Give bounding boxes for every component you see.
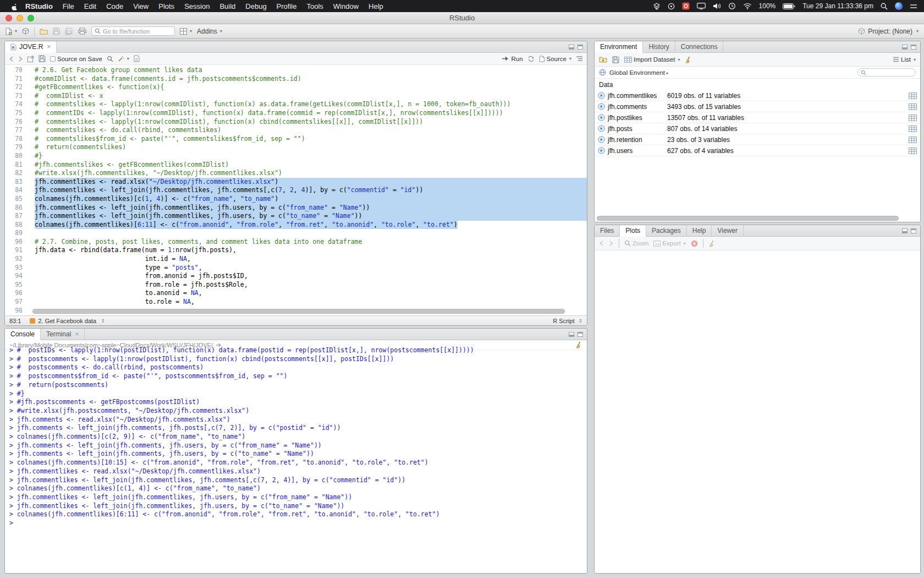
wifi-icon[interactable]	[743, 3, 752, 9]
code-tools-button[interactable]	[118, 56, 129, 62]
code-line[interactable]: 84jfh.commentlikes <- left_join(jfh.comm…	[5, 186, 587, 195]
code-line[interactable]: 76# commentslikes <- lapply(1:nrow(commI…	[5, 118, 587, 127]
code-line[interactable]: 77# commentslikes <- do.call(rbind, comm…	[5, 126, 587, 135]
code-line[interactable]: 79# return(commentslikes)	[5, 143, 587, 152]
code-line[interactable]: 86jfh.commentlikes <- left_join(jfh.comm…	[5, 204, 587, 212]
find-replace-icon[interactable]	[107, 56, 113, 62]
tab-close-icon[interactable]	[46, 43, 51, 51]
menu-item-code[interactable]: Code	[101, 2, 128, 10]
run-button[interactable]: Run	[502, 56, 522, 62]
box-icon[interactable]	[653, 3, 661, 10]
menu-item-plots[interactable]: Plots	[153, 2, 179, 10]
tab-packages[interactable]: Packages	[646, 225, 687, 236]
list-view-button[interactable]: List	[893, 56, 916, 63]
tab-jove-r[interactable]: R JOVE.R	[5, 41, 57, 53]
minimize-pane-icon[interactable]	[902, 45, 908, 50]
view-table-icon[interactable]	[909, 103, 917, 110]
code-line[interactable]: 85colnames(jfh.commentlikes)[c(1, 4)] <-…	[5, 195, 587, 204]
view-table-icon[interactable]	[909, 92, 917, 99]
environment-object-row[interactable]: jfh.postlikes 13507 obs. of 11 variables	[595, 112, 920, 123]
clear-console-icon[interactable]	[575, 341, 582, 348]
apple-menu-icon[interactable]	[11, 2, 18, 10]
tab-plots[interactable]: Plots	[620, 225, 646, 237]
source-button[interactable]: Source	[539, 56, 571, 62]
code-line[interactable]: 80#}	[5, 152, 587, 161]
source-on-save-checkbox[interactable]	[50, 56, 56, 62]
save-button[interactable]	[53, 28, 60, 35]
compile-report-icon[interactable]	[134, 55, 140, 62]
menu-item-tools[interactable]: Tools	[301, 2, 328, 10]
editor-code-area[interactable]: 70# 2.6. Get Facebook group comment like…	[5, 65, 587, 315]
menu-item-profile[interactable]: Profile	[272, 2, 302, 10]
maximize-pane-icon[interactable]	[578, 45, 583, 50]
maximize-pane-icon[interactable]	[911, 228, 916, 233]
addins-button[interactable]: Addins	[197, 28, 222, 35]
volume-icon[interactable]	[713, 3, 721, 9]
menu-item-window[interactable]: Window	[328, 2, 364, 10]
code-line[interactable]: 75# commentIDs <- lapply(1:nrow(commIDli…	[5, 109, 587, 118]
environment-object-row[interactable]: jfh.comments 3493 obs. of 15 variables	[595, 101, 920, 112]
tab-files[interactable]: Files	[595, 225, 620, 236]
console-output[interactable]: > # postIDs <- lapply(1:nrow(postIDlist)…	[5, 346, 587, 528]
remove-plot-icon[interactable]	[691, 240, 698, 247]
environment-object-row[interactable]: jfh.retention 23 obs. of 3 variables	[595, 134, 920, 145]
menu-item-help[interactable]: Help	[364, 2, 388, 10]
import-dataset-button[interactable]: Import Dataset	[624, 56, 680, 63]
code-line[interactable]: 91jfh.data <- rbind(data.frame(num = 1:n…	[5, 246, 587, 255]
expand-object-icon[interactable]	[598, 147, 605, 154]
view-table-icon[interactable]	[909, 126, 917, 132]
environment-search-box[interactable]	[857, 68, 916, 77]
popout-icon[interactable]	[28, 56, 34, 62]
code-line[interactable]: 92 int.id = NA,	[5, 255, 587, 264]
code-line[interactable]: 93 type = "posts",	[5, 264, 587, 272]
export-plot-button[interactable]: Export	[653, 240, 685, 247]
code-line[interactable]: 81#jfh.commentslikes <- getFBcommentlike…	[5, 161, 587, 170]
environment-object-row[interactable]: jfh.users 627 obs. of 4 variables	[595, 145, 920, 156]
code-line[interactable]: 88colnames(jfh.commentlikes)[6:11] <- c(…	[5, 221, 587, 230]
code-line[interactable]: 89	[5, 229, 587, 238]
expand-object-icon[interactable]	[598, 103, 605, 110]
previous-plot-icon[interactable]	[599, 241, 604, 246]
expand-object-icon[interactable]	[598, 125, 605, 132]
menu-item-session[interactable]: Session	[179, 2, 215, 10]
document-outline-icon[interactable]	[576, 56, 583, 62]
code-line[interactable]: 90# 2.7. Combine, posts, post likes, com…	[5, 238, 587, 247]
tab-environment[interactable]: Environment	[595, 41, 643, 53]
code-line[interactable]: 96 to.anonid = NA,	[5, 289, 587, 298]
scope-selector[interactable]: Global Environment	[609, 69, 668, 76]
terminal-close-icon[interactable]	[74, 330, 79, 338]
code-line[interactable]: 71#commIDlist <- data.frame(comments.id …	[5, 75, 587, 84]
code-line[interactable]: 73# commIDlist <- x	[5, 92, 587, 101]
maximize-pane-icon[interactable]	[578, 332, 583, 337]
code-line[interactable]: 95 from.role = jfh.posts$Role,	[5, 281, 587, 290]
expand-object-icon[interactable]	[598, 92, 605, 99]
code-line[interactable]: 74# commentslikes <- lapply(1:nrow(commI…	[5, 100, 587, 109]
expand-object-icon[interactable]	[598, 136, 605, 143]
maximize-pane-icon[interactable]	[911, 45, 916, 50]
tab-console[interactable]: Console	[5, 329, 41, 340]
minimize-pane-icon[interactable]	[569, 332, 574, 337]
minimize-button[interactable]	[16, 15, 23, 21]
editor-horizontal-scrollbar[interactable]	[32, 309, 581, 314]
section-jump-menu[interactable]: 2. Get Facebook data	[30, 318, 105, 324]
zoom-button[interactable]	[28, 15, 34, 21]
code-line[interactable]: 87jfh.commentlikes <- left_join(jfh.comm…	[5, 212, 587, 221]
rerun-icon[interactable]	[527, 56, 535, 62]
environment-object-row[interactable]: jfh.posts 807 obs. of 14 variables	[595, 123, 920, 134]
view-table-icon[interactable]	[909, 148, 917, 154]
menu-item-rstudio[interactable]: RStudio	[20, 2, 58, 10]
time-machine-icon[interactable]	[728, 2, 736, 10]
new-project-button[interactable]	[22, 28, 29, 35]
menu-item-build[interactable]: Build	[215, 2, 240, 10]
display-icon[interactable]	[697, 3, 706, 9]
siri-icon[interactable]	[895, 2, 903, 10]
red-app-icon[interactable]	[682, 2, 690, 10]
code-line[interactable]: 78# commentslikes$from_id <- paste("'", …	[5, 135, 587, 144]
back-icon[interactable]	[9, 56, 14, 62]
view-table-icon[interactable]	[909, 137, 917, 143]
clear-all-plots-icon[interactable]	[708, 240, 716, 247]
code-line[interactable]: 82#write.xlsx(jfh.commentslikes, "~/Desk…	[5, 169, 587, 178]
tab-connections[interactable]: Connections	[675, 41, 724, 52]
goto-file-input[interactable]	[103, 28, 168, 35]
forward-icon[interactable]	[18, 56, 23, 62]
